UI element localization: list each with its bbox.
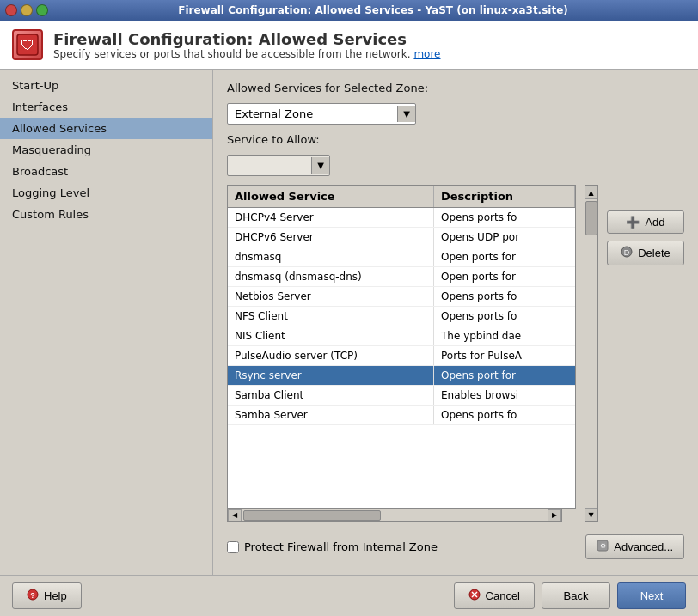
cell-description: Opens ports fo (434, 406, 575, 424)
sidebar-item-logging-level[interactable]: Logging Level (0, 182, 212, 204)
bottom-area: Protect Firewall from Internal Zone ⚙ Ad… (227, 531, 684, 563)
sidebar: Start-Up Interfaces Allowed Services Mas… (0, 70, 213, 575)
window-title: Firewall Configuration: Allowed Services… (53, 4, 693, 16)
table-row[interactable]: NIS Client The ypbind dae (228, 326, 575, 346)
services-table: Allowed Service Description DHCPv4 Serve… (227, 185, 576, 509)
zone-dropdown-arrow[interactable]: ▼ (397, 106, 415, 122)
service-dropdown[interactable]: ▼ (227, 155, 330, 176)
cell-service: dnsmasq (228, 247, 434, 266)
sidebar-item-masquerading[interactable]: Masquerading (0, 139, 212, 161)
table-row[interactable]: Rsync server Opens port for (228, 366, 575, 386)
sidebar-item-custom-rules[interactable]: Custom Rules (0, 204, 212, 225)
table-row[interactable]: Samba Client Enables browsi (228, 386, 575, 406)
checkbox-row: Protect Firewall from Internal Zone (227, 540, 577, 553)
cell-description: Opens ports fo (434, 208, 575, 227)
cell-description: Open ports for (434, 247, 575, 266)
cell-service: Netbios Server (228, 287, 434, 306)
horizontal-scrollbar[interactable]: ◀ ▶ (227, 509, 562, 522)
zone-label: Allowed Services for Selected Zone: (227, 82, 428, 95)
back-button[interactable]: Back (542, 582, 610, 609)
footer-left: ? Help (12, 582, 447, 609)
help-button[interactable]: ? Help (12, 582, 82, 609)
cell-description: Opens ports fo (434, 287, 575, 306)
scroll-up-btn[interactable]: ▲ (585, 186, 597, 199)
protect-firewall-label: Protect Firewall from Internal Zone (244, 540, 438, 553)
maximize-button[interactable] (36, 4, 48, 16)
table-row[interactable]: Samba Server Opens ports fo (228, 406, 575, 425)
advanced-button[interactable]: ⚙ Advanced... (585, 534, 684, 559)
close-button[interactable] (5, 4, 17, 16)
footer-buttons: Cancel Back Next (454, 582, 686, 609)
cell-service: NFS Client (228, 307, 434, 326)
cell-service: PulseAudio server (TCP) (228, 346, 434, 365)
protect-firewall-checkbox[interactable] (227, 541, 239, 553)
service-dropdown-arrow[interactable]: ▼ (311, 157, 329, 174)
cell-description: The ypbind dae (434, 326, 575, 345)
cell-service: Samba Client (228, 386, 434, 405)
scroll-right-btn[interactable]: ▶ (548, 509, 561, 521)
app-icon: 🛡 (12, 29, 43, 60)
sidebar-item-allowed-services[interactable]: Allowed Services (0, 118, 212, 139)
scroll-left-btn[interactable]: ◀ (228, 509, 242, 521)
table-row[interactable]: NFS Client Opens ports fo (228, 307, 575, 326)
table-row[interactable]: dnsmasq Open ports for (228, 247, 575, 267)
header-text: Firewall Configuration: Allowed Services… (53, 30, 441, 60)
service-selector-row: ▼ (227, 155, 684, 176)
service-dropdown-value (228, 156, 311, 175)
cell-description: Opens port for (434, 366, 575, 385)
sidebar-item-broadcast[interactable]: Broadcast (0, 161, 212, 182)
zone-selector-row: External Zone ▼ (227, 103, 684, 125)
h-scroll-track (242, 509, 548, 521)
cell-description: Open ports for (434, 267, 575, 286)
cell-service: Rsync server (228, 366, 434, 385)
table-row[interactable]: dnsmasq (dnsmasq-dns) Open ports for (228, 267, 575, 287)
svg-text:⚙: ⚙ (600, 542, 606, 550)
page-description: Specify services or ports that should be… (53, 48, 441, 60)
table-body: DHCPv4 Server Opens ports fo DHCPv6 Serv… (228, 208, 575, 508)
delete-icon: D (621, 246, 633, 260)
page-title: Firewall Configuration: Allowed Services (53, 30, 441, 48)
table-row[interactable]: DHCPv6 Server Opens UDP por (228, 228, 575, 247)
table-row[interactable]: Netbios Server Opens ports fo (228, 287, 575, 307)
table-row[interactable]: PulseAudio server (TCP) Ports for PulseA (228, 346, 575, 366)
svg-text:🛡: 🛡 (21, 37, 34, 53)
more-link[interactable]: more (413, 48, 440, 60)
cell-service: NIS Client (228, 326, 434, 345)
svg-text:D: D (624, 248, 630, 257)
cell-service: DHCPv4 Server (228, 208, 434, 227)
cell-description: Enables browsi (434, 386, 575, 405)
svg-text:?: ? (30, 591, 35, 600)
main-window: 🛡 Firewall Configuration: Allowed Servic… (0, 21, 698, 616)
minimize-button[interactable] (21, 4, 33, 16)
titlebar: Firewall Configuration: Allowed Services… (0, 0, 698, 21)
add-button[interactable]: ➕ Add (607, 210, 684, 234)
cell-service: DHCPv6 Server (228, 228, 434, 247)
vertical-scrollbar[interactable]: ▲ ▼ (585, 185, 598, 522)
delete-button[interactable]: D Delete (607, 241, 684, 265)
sidebar-item-interfaces[interactable]: Interfaces (0, 96, 212, 118)
advanced-icon: ⚙ (597, 540, 609, 554)
v-scroll-thumb[interactable] (585, 201, 597, 235)
cancel-button[interactable]: Cancel (454, 582, 535, 609)
add-icon: ➕ (626, 216, 640, 229)
scroll-down-btn[interactable]: ▼ (585, 508, 597, 521)
action-buttons: ➕ Add D Delete (607, 185, 684, 522)
service-label: Service to Allow: (227, 133, 684, 146)
cell-description: Ports for PulseA (434, 346, 575, 365)
sidebar-item-startup[interactable]: Start-Up (0, 75, 212, 96)
zone-row: Allowed Services for Selected Zone: (227, 82, 684, 95)
zone-dropdown-value: External Zone (228, 104, 397, 124)
main-panel: Allowed Services for Selected Zone: Exte… (213, 70, 698, 575)
footer: ? Help Cancel Back Next (0, 575, 698, 616)
h-scroll-thumb[interactable] (243, 510, 381, 521)
next-button[interactable]: Next (617, 582, 686, 609)
cell-service: dnsmasq (dnsmasq-dns) (228, 267, 434, 286)
table-row[interactable]: DHCPv4 Server Opens ports fo (228, 208, 575, 228)
header: 🛡 Firewall Configuration: Allowed Servic… (0, 21, 698, 70)
col-header-service: Allowed Service (228, 186, 434, 207)
cell-description: Opens ports fo (434, 307, 575, 326)
v-scroll-track (585, 199, 597, 508)
table-header: Allowed Service Description (228, 186, 575, 208)
cancel-icon (468, 589, 481, 603)
zone-dropdown[interactable]: External Zone ▼ (227, 103, 416, 125)
